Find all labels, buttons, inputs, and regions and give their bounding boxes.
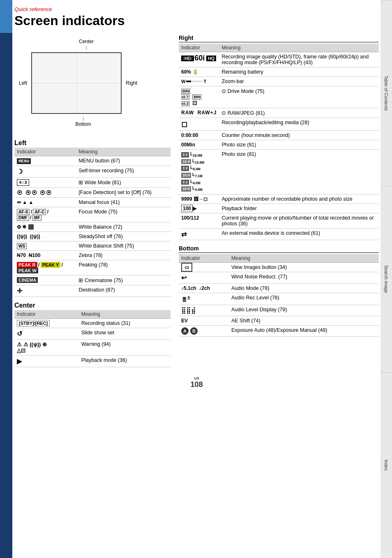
indicator-cell: AF-S / AF-C / DMF / MF [14,207,76,222]
sidebar-index: Index [380,372,392,558]
indicator-cell: ((ψ)) ((ψ)) [14,232,76,241]
table-row: MENU MENU button (67) [14,156,171,166]
table-row: ⇔ ▲ ▲ Manual focus (41) [14,198,171,207]
table-row: [STBY]/[REC] Recording status (31) [14,319,171,328]
table-row: N70 N100 Zebra (78) [14,251,171,260]
table-row: EV AE Shift (74) [179,316,379,325]
menu-badge: MENU [17,158,31,164]
indicator-cell: N70 N100 [14,251,76,260]
table-row: 3:2 L16.0M 16:9 L13.6M 3:2 L8.4M 16:9 L7… [179,150,379,194]
center-col-meaning: Meaning [79,310,171,319]
left-indicator-table: Indicator Meaning MENU MENU button (67) … [14,148,171,297]
table-row: PEAK R / PEAK Y / PEAK W Peaking (78) [14,260,171,276]
meaning-cell: Manual focus (41) [76,198,171,207]
table-row: WS White Balance Shift (75) [14,241,171,251]
left-col-indicator: Indicator [14,148,76,156]
camera-viewport [31,52,122,114]
indicator-cell: [STBY]/[REC] [14,319,79,328]
sidebar-toc: Table of Contents [380,0,392,186]
indicator-cell: 9999 🖼→◻ [179,194,219,204]
afs-badge: AF-S [17,209,30,215]
table-row: 0:00:00 Counter (hour:minute:second) [179,131,379,140]
table-row: ⇄ An external media device is connected … [179,228,379,240]
indicator-cell: ◻ [179,118,219,131]
indicator-cell: ⇔ ▲ ▲ [14,198,76,207]
right-column: Right Indicator Meaning :HD:60i HQ [179,35,379,372]
table-row: 00Min Photo size (81) [179,140,379,150]
meaning-cell: Self-timer recording (75) [76,166,171,178]
meaning-cell: Wind Noise Reduct. (77) [229,272,379,283]
table-row: W T Zoom-bar [179,77,379,86]
table-row: 100▶ Playback folder [179,204,379,213]
peak-w-badge: PEAK W [17,268,38,273]
table-row: ▭ View Images button (34) [179,262,379,272]
table-row: ⦿ ⦿⦿ ⦿⦿ [Face Detection] set to [Off] (7… [14,188,171,198]
center-indicator-table: Indicator Meaning [STBY]/[REC] Recording… [14,310,171,367]
right-sidebar: Table of Contents Search image Index [380,0,392,558]
indicator-cell: ⣿⣿⣾ [179,305,229,316]
center-col-indicator: Indicator [14,310,79,319]
table-row: 100/112 Current playing movie or photo/N… [179,213,379,228]
meaning-cell: Recording/playback/editing media (28) [219,118,379,131]
meaning-cell: Photo size (81) [219,150,379,194]
table-row: ⚠ ⚠ ((ψ)) ⊕△⊡ Warning (94) [14,340,171,356]
table-row: ☽ Self-timer recording (75) [14,166,171,178]
two-col-layout: Center | Left Right | Bottom [14,35,379,372]
meaning-cell: Destination (87) [76,285,171,297]
hd-indicator: :HD:60i HQ [181,54,217,63]
table-row: BRK±0.7 BRK±0.3 ⊡ ⊙ Drive Mode (75) [179,86,379,108]
bottom-col-meaning: Meaning [229,254,379,263]
meaning-cell: SteadyShot off (76) [76,232,171,241]
table-row: ((ψ)) ((ψ)) SteadyShot off (76) [14,232,171,241]
table-row: ↺ Slide show set [14,328,171,340]
meaning-cell: Audio Mode (78) [229,283,379,293]
bottom-col-indicator: Indicator [179,254,229,263]
indicator-cell: BRK±0.7 BRK±0.3 ⊡ [179,86,219,108]
hd-box: :HD: [181,56,194,61]
meaning-cell: [Face Detection] set to [Off] (76) [76,188,171,198]
indicator-cell: ▶ [14,356,79,367]
indicator-cell: ✿ ❄ ⬛ [14,222,76,232]
indicator-cell: ⦿ ⦿⦿ ⦿⦿ [14,188,76,198]
table-row: 🎚± Audio Rec Level (78) [179,293,379,305]
indicator-cell: CINEMA [14,276,76,285]
brk-badge-1: BRK±0.7 [181,89,191,100]
table-row: ✿ ❄ ⬛ White Balance (72) [14,222,171,232]
meaning-cell: White Balance Shift (75) [76,241,171,251]
meaning-cell: Zoom-bar [219,77,379,86]
search-label: Search image [380,261,392,297]
photo-size-grid: 3:2 L16.0M 16:9 L13.6M 3:2 L8.4M 16:9 L7… [181,151,217,192]
indicator-cell: ▭ [179,262,229,272]
meaning-cell: Audio Level Display (79) [229,305,379,316]
right-col-indicator: Indicator [179,44,219,52]
center-section-heading: Center [14,302,171,309]
left-blue-bar [0,0,12,558]
meaning-cell: Playback mode (36) [79,356,171,367]
indicator-cell: MENU [14,156,76,166]
quick-ref-label: Quick reference [14,6,379,12]
indicator-cell: 100/112 [179,213,219,228]
indicator-cell: 100▶ [179,204,219,213]
table-row: 9999 🖼→◻ Approximate number of recordabl… [179,194,379,204]
indicator-cell: ⚠ ⚠ ((ψ)) ⊕△⊡ [14,340,79,356]
left-col-meaning: Meaning [76,148,171,156]
zoom-bar: W T [181,79,206,84]
meaning-cell: Warning (94) [79,340,171,356]
right-label: Right [126,80,137,86]
left-column: Center | Left Right | Bottom [14,35,171,372]
center-label: Center | [14,39,142,50]
peak-r-badge: PEAK R [17,262,37,268]
stby-badge: [STBY]/[REC] [17,320,50,326]
indicator-cell: WS [14,241,76,251]
country-label: US [14,376,379,380]
indicator-cell: 3:2 L16.0M 16:9 L13.6M 3:2 L8.4M 16:9 L7… [179,150,219,194]
meaning-cell: Playback folder [219,204,379,213]
main-content: Quick reference Screen indicators Center… [14,0,379,389]
right-col-meaning: Meaning [219,44,379,52]
table-row: :HD:60i HQ Recording image quality (HD/S… [179,52,379,67]
left-section-heading: Left [14,139,171,147]
table-row: ↩ Wind Noise Reduct. (77) [179,272,379,283]
table-row: 60% 🔋 Remaining battery [179,67,379,77]
meaning-cell: ⊙ RAW/JPEG (81) [219,108,379,118]
ws-badge: WS [17,243,27,249]
